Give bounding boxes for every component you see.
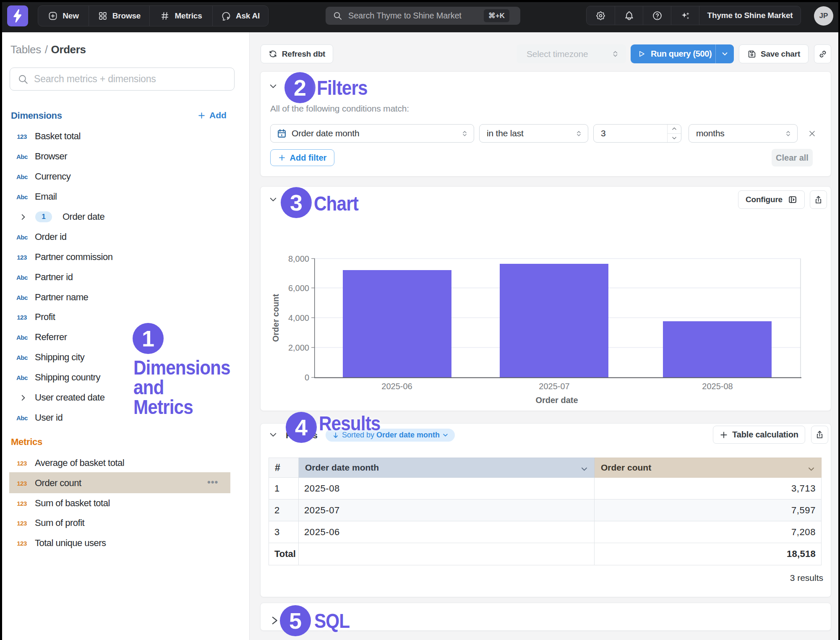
svg-text:4,000: 4,000	[288, 313, 309, 323]
svg-text:6,000: 6,000	[288, 284, 309, 293]
svg-text:2,000: 2,000	[288, 343, 309, 352]
svg-text:Order count: Order count	[271, 294, 280, 342]
svg-text:2025-07: 2025-07	[539, 382, 569, 391]
svg-text:2025-06: 2025-06	[381, 382, 412, 391]
svg-text:2025-08: 2025-08	[702, 382, 733, 391]
svg-text:8,000: 8,000	[288, 254, 309, 263]
svg-text:Order date: Order date	[535, 395, 578, 405]
svg-text:0: 0	[305, 373, 309, 382]
